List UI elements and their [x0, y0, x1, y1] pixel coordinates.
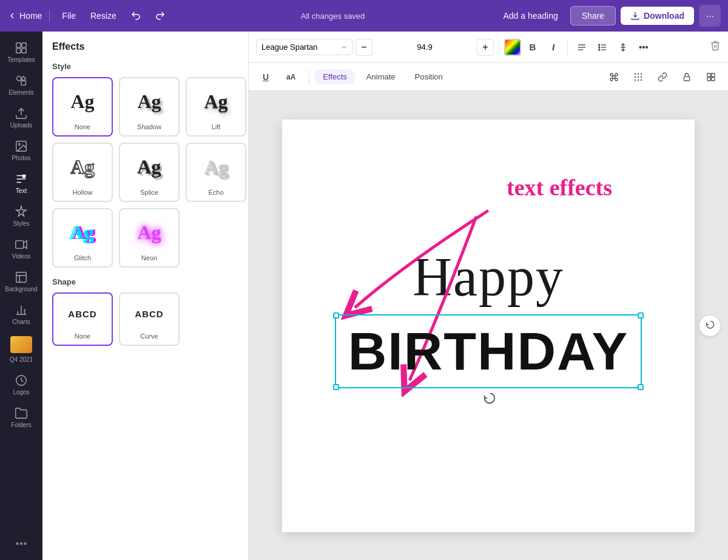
- handle-bl[interactable]: [333, 384, 339, 390]
- list-button[interactable]: [593, 38, 612, 56]
- style-none-label: None: [75, 123, 90, 130]
- sidebar-item-q4[interactable]: Q4 2021: [2, 331, 40, 368]
- sidebar-item-templates[interactable]: Templates: [2, 36, 40, 68]
- templates-label: Templates: [7, 56, 35, 63]
- svg-rect-1: [22, 43, 26, 47]
- svg-point-17: [21, 543, 22, 545]
- handle-tr[interactable]: [638, 312, 644, 319]
- style-none[interactable]: Ag None: [52, 77, 113, 137]
- svg-point-34: [638, 76, 639, 77]
- font-size-control: − +: [356, 39, 494, 56]
- sidebar-item-videos[interactable]: Videos: [2, 233, 40, 265]
- sidebar-item-more[interactable]: [2, 532, 40, 555]
- style-neon[interactable]: Ag Neon: [119, 208, 180, 268]
- decrease-font-size[interactable]: −: [356, 39, 372, 56]
- style-hollow[interactable]: Ag Hollow: [52, 143, 113, 202]
- canvas[interactable]: text effects Happy: [282, 120, 695, 532]
- style-splice[interactable]: Ag Splice: [119, 143, 180, 202]
- sidebar-item-folders[interactable]: Folders: [2, 402, 40, 433]
- saved-status: All changes saved: [175, 12, 491, 21]
- effects-tab[interactable]: Effects: [314, 69, 356, 84]
- svg-rect-41: [712, 73, 715, 76]
- delete-button[interactable]: [710, 40, 721, 54]
- redo-button[interactable]: [150, 6, 170, 25]
- paint-format-button[interactable]: [604, 67, 624, 87]
- resize-menu[interactable]: Resize: [86, 8, 121, 23]
- sidebar-item-elements[interactable]: Elements: [2, 69, 40, 101]
- style-preview-echo: Ag: [192, 149, 240, 185]
- q4-thumbnail: [10, 336, 32, 353]
- position-tab[interactable]: Position: [406, 69, 451, 84]
- download-button[interactable]: Download: [621, 7, 694, 25]
- birthday-selection-box: BIRTHDAY: [335, 314, 642, 388]
- canvas-happy-text[interactable]: Happy: [413, 246, 564, 308]
- add-heading-button[interactable]: Add a heading: [496, 7, 565, 24]
- folders-label: Folders: [11, 422, 31, 428]
- back-button[interactable]: Home: [7, 11, 42, 21]
- charts-icon: [15, 303, 28, 317]
- style-section-title: Style: [52, 62, 238, 71]
- style-glitch-label: Glitch: [74, 254, 91, 261]
- templates-icon: [15, 41, 28, 55]
- sidebar-item-uploads[interactable]: Uploads: [2, 102, 40, 133]
- style-lift-label: Lift: [212, 123, 221, 130]
- svg-rect-40: [707, 73, 710, 76]
- style-shadow[interactable]: Ag Shadow: [119, 77, 180, 137]
- increase-font-size[interactable]: +: [477, 39, 494, 56]
- styles-icon: [15, 205, 28, 218]
- file-menu[interactable]: File: [57, 8, 81, 23]
- style-lift[interactable]: Ag Lift: [186, 77, 246, 137]
- sidebar-item-charts[interactable]: Charts: [2, 299, 40, 330]
- style-neon-label: Neon: [141, 254, 157, 261]
- canvas-right-controls: [699, 315, 721, 337]
- more-sidebar-icon: [15, 537, 28, 550]
- undo-button[interactable]: [126, 6, 146, 25]
- style-preview-hollow: Ag: [58, 149, 107, 185]
- svg-point-4: [17, 76, 21, 81]
- svg-point-32: [641, 73, 642, 74]
- sidebar-item-text[interactable]: Text: [2, 167, 40, 199]
- home-nav-label: Home: [19, 11, 42, 21]
- rotate-canvas-button[interactable]: [699, 315, 721, 337]
- aa-button[interactable]: aA: [278, 70, 304, 84]
- svg-point-16: [16, 543, 18, 545]
- italic-button[interactable]: I: [544, 38, 562, 56]
- logos-icon: [15, 374, 28, 387]
- birthday-container[interactable]: BIRTHDAY: [335, 314, 642, 405]
- color-picker[interactable]: [504, 39, 521, 56]
- more-text-options[interactable]: •••: [635, 38, 653, 56]
- lock-button[interactable]: [677, 67, 696, 87]
- font-selector[interactable]: League Spartan: [256, 39, 353, 55]
- spacing-button[interactable]: [614, 38, 632, 56]
- bold-button[interactable]: B: [524, 38, 542, 56]
- q4-label: Q4 2021: [10, 356, 33, 363]
- sep2: [567, 40, 568, 55]
- rotate-handle-container: [335, 393, 642, 405]
- sidebar-item-photos[interactable]: Photos: [2, 135, 40, 166]
- sidebar-item-background[interactable]: Background: [2, 266, 40, 297]
- underline-button[interactable]: U: [256, 67, 275, 87]
- sidebar-item-styles[interactable]: Styles: [2, 200, 40, 232]
- animate-tab[interactable]: Animate: [358, 69, 404, 84]
- layers-button[interactable]: [701, 67, 721, 87]
- more-options-button[interactable]: ⋯: [699, 5, 721, 27]
- style-echo[interactable]: Ag Echo: [186, 143, 246, 202]
- rotate-handle[interactable]: [482, 393, 494, 405]
- folders-icon: [15, 407, 28, 420]
- canvas-birthday-text[interactable]: BIRTHDAY: [348, 320, 629, 382]
- handle-tl[interactable]: [333, 312, 339, 319]
- link-button[interactable]: [653, 67, 672, 87]
- style-preview-shadow: Ag: [125, 83, 174, 120]
- svg-point-31: [638, 73, 639, 74]
- font-size-input[interactable]: [374, 42, 476, 52]
- sidebar-item-logos[interactable]: Logos: [2, 369, 40, 400]
- dots-grid-button[interactable]: [629, 67, 648, 87]
- handle-br[interactable]: [638, 384, 644, 390]
- shape-curve[interactable]: ABCD Curve: [119, 292, 180, 346]
- shape-none[interactable]: ABCD None: [52, 292, 113, 346]
- style-glitch[interactable]: Ag Glitch: [52, 208, 113, 268]
- share-button[interactable]: Share: [570, 6, 616, 25]
- shape-curve-label: Curve: [140, 332, 158, 340]
- shape-preview-none: ABCD: [58, 299, 107, 329]
- align-button[interactable]: [573, 38, 591, 56]
